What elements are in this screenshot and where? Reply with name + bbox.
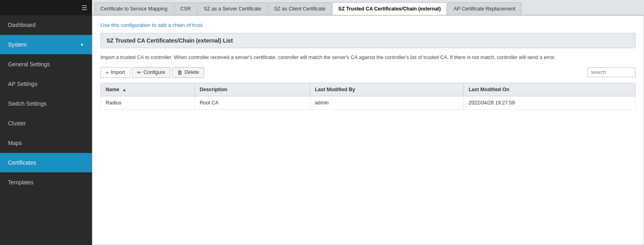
sidebar-item-system[interactable]: System ▼ xyxy=(0,35,92,55)
sidebar-item-label: Maps xyxy=(8,140,22,146)
toolbar: + Import ✏ Configure 🗑 Delete xyxy=(100,67,636,78)
delete-button[interactable]: 🗑 Delete xyxy=(172,67,204,78)
table-row[interactable]: Radius Root CA admin 2022/04/28 19:27:59 xyxy=(101,96,636,109)
sidebar-item-label: General Settings xyxy=(8,61,50,67)
col-last-modified-on: Last Modified On xyxy=(464,83,636,96)
table-header-row: Name ▲ Description Last Modified By Last… xyxy=(101,83,636,96)
col-description: Description xyxy=(194,83,310,96)
search-wrap xyxy=(587,67,636,77)
sidebar-item-certificates[interactable]: Certificates xyxy=(0,153,92,173)
table-body: Radius Root CA admin 2022/04/28 19:27:59 xyxy=(101,96,636,109)
tab-ap-cert-replacement[interactable]: AP Certificate Replacement xyxy=(448,2,521,15)
sidebar-item-label: AP Settings xyxy=(8,81,37,87)
tab-cert-service-mapping[interactable]: Certificate to Service Mapping xyxy=(94,2,174,15)
pencil-icon: ✏ xyxy=(137,69,141,76)
sidebar: ☰ Dashboard System ▼ General Settings AP… xyxy=(0,0,92,245)
configure-button[interactable]: ✏ Configure xyxy=(132,67,170,78)
certificates-table: Name ▲ Description Last Modified By Last… xyxy=(100,83,636,110)
cell-last-modified-by: admin xyxy=(310,96,464,109)
sidebar-item-general-settings[interactable]: General Settings xyxy=(0,55,92,74)
tab-sz-server-cert[interactable]: SZ as a Server Certificate xyxy=(198,2,267,15)
import-button[interactable]: + Import xyxy=(100,67,130,78)
search-input[interactable] xyxy=(587,67,636,77)
tab-bar: Certificate to Service Mapping CSR SZ as… xyxy=(92,0,644,15)
cell-last-modified-on: 2022/04/28 19:27:59 xyxy=(464,96,636,109)
col-last-modified-by: Last Modified By xyxy=(310,83,464,96)
sidebar-item-maps[interactable]: Maps xyxy=(0,133,92,153)
sidebar-item-templates[interactable]: Templates xyxy=(0,173,92,192)
info-text: Use this configuration to add a chain of… xyxy=(100,22,636,28)
cell-name: Radius xyxy=(101,96,195,109)
sidebar-item-label: Templates xyxy=(8,179,34,186)
cell-description: Root CA xyxy=(194,96,310,109)
tab-sz-client-cert[interactable]: SZ as Client Certificate xyxy=(268,2,331,15)
sidebar-item-label: Certificates xyxy=(8,159,36,166)
description-text: Import a trusted CA to controller. When … xyxy=(100,54,636,61)
sidebar-item-cluster[interactable]: Cluster xyxy=(0,114,92,133)
tab-sz-trusted-ca[interactable]: SZ Trusted CA Certificates/Chain (extern… xyxy=(332,2,447,15)
content-area: Use this configuration to add a chain of… xyxy=(92,15,644,245)
hamburger-icon[interactable]: ☰ xyxy=(82,4,87,12)
sidebar-item-ap-settings[interactable]: AP Settings xyxy=(0,74,92,94)
trash-icon: 🗑 xyxy=(177,69,182,76)
section-title: SZ Trusted CA Certificates/Chain (extern… xyxy=(100,33,636,48)
main-content: Certificate to Service Mapping CSR SZ as… xyxy=(92,0,644,245)
sort-asc-icon: ▲ xyxy=(123,88,127,92)
col-name: Name ▲ xyxy=(101,83,195,96)
sidebar-item-dashboard[interactable]: Dashboard xyxy=(0,15,92,35)
plus-icon: + xyxy=(106,69,109,76)
sidebar-item-label: Dashboard xyxy=(8,22,36,28)
sidebar-item-label: System xyxy=(8,41,27,48)
sidebar-item-label: Switch Settings xyxy=(8,100,47,107)
chevron-down-icon: ▼ xyxy=(80,43,84,47)
sidebar-item-label: Cluster xyxy=(8,120,26,127)
tab-csr[interactable]: CSR xyxy=(174,2,197,15)
sidebar-header: ☰ xyxy=(0,0,92,15)
sidebar-item-switch-settings[interactable]: Switch Settings xyxy=(0,94,92,114)
